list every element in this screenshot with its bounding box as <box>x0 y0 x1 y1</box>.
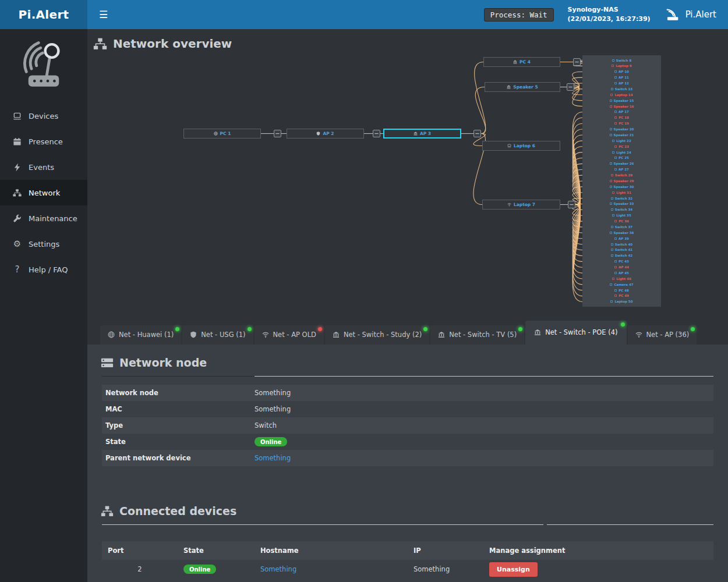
topology-node-laptop-7[interactable]: Laptop 7 <box>482 200 560 210</box>
topology-device-pc-43[interactable]: PC 43 <box>582 259 661 264</box>
topology-device-ap-10[interactable]: AP 10 <box>582 69 661 74</box>
topology-node-label: PC 4 <box>520 59 531 65</box>
device-label: PC 43 <box>619 260 629 263</box>
topology-device-speaker-33[interactable]: Speaker 33 <box>582 201 661 207</box>
sidebar-item-presence[interactable]: Presence <box>0 129 87 154</box>
topology-device-speaker-15[interactable]: Speaker 15 <box>582 98 661 103</box>
device-icon <box>610 300 613 303</box>
topology-device-pc-25[interactable]: PC 25 <box>582 155 661 161</box>
topology-device-pc-23[interactable]: PC 23 <box>582 144 661 149</box>
sidebar-item-network[interactable]: Network <box>0 180 87 205</box>
tab-net-switch-poe-4[interactable]: Net - Switch - POE (4) <box>525 321 626 345</box>
device-label: Switch 41 <box>615 248 632 251</box>
state-badge: Online <box>183 565 216 574</box>
collapse-toggle[interactable]: − <box>373 130 380 137</box>
topology-node-laptop-6[interactable]: Laptop 6 <box>482 141 560 151</box>
topology-device-pc-19[interactable]: PC 19 <box>582 121 661 126</box>
collapse-toggle[interactable]: − <box>568 201 575 208</box>
node-detail-row: Parent network deviceSomething <box>102 450 713 466</box>
sidebar-item-devices[interactable]: Devices <box>0 103 87 129</box>
device-icon <box>612 191 614 194</box>
topology-device-light-24[interactable]: Light 24 <box>582 150 661 155</box>
topology-device-laptop-14[interactable]: Laptop 14 <box>582 92 661 97</box>
host-info: Synology-NAS (22/01/2023, 16:27:39) <box>568 5 651 24</box>
topology-device-ap-39[interactable]: AP 39 <box>582 236 661 241</box>
topology-device-speaker-21[interactable]: Speaker 21 <box>582 132 661 137</box>
device-icon <box>611 174 613 176</box>
sidebar-item-maintenance[interactable]: Maintenance <box>0 205 87 231</box>
collapse-toggle[interactable]: − <box>567 83 574 91</box>
topology-device-switch-13[interactable]: Switch 13 <box>582 86 661 91</box>
device-label: Speaker 15 <box>614 99 634 102</box>
status-dot-green <box>248 327 252 331</box>
topology-device-switch-34[interactable]: Switch 34 <box>582 207 661 212</box>
topology-device-pc-49[interactable]: PC 49 <box>582 293 661 299</box>
tab-net-ap-36[interactable]: Net - AP (36) <box>628 325 697 345</box>
topology-node-label: PC 1 <box>220 131 231 136</box>
device-icon <box>614 260 617 262</box>
collapse-toggle[interactable]: − <box>274 130 281 137</box>
topology-device-speaker-38[interactable]: Speaker 38 <box>582 230 661 235</box>
device-icon <box>614 237 617 240</box>
collapse-toggle[interactable]: − <box>473 130 481 137</box>
topology-device-switch-28[interactable]: Switch 28 <box>582 173 661 178</box>
topology-device-ap-44[interactable]: AP 44 <box>582 265 661 270</box>
navbar-brand-link[interactable]: Pi.Alert <box>665 8 719 21</box>
topology-device-speaker-29[interactable]: Speaker 29 <box>582 178 661 183</box>
topology-device-pc-36[interactable]: PC 36 <box>582 219 661 224</box>
sidebar-item-settings[interactable]: ⚙Settings <box>0 231 87 257</box>
collapse-toggle[interactable]: − <box>573 58 581 66</box>
device-icon <box>614 220 617 222</box>
tab-net-switch-study-2[interactable]: Net - Switch - Study (2) <box>325 325 429 345</box>
topology-node-pc-1[interactable]: PC 1 <box>183 129 261 139</box>
topology-device-switch-32[interactable]: Switch 32 <box>582 196 661 201</box>
topology-device-light-35[interactable]: Light 35 <box>582 213 661 218</box>
sidebar-item-events[interactable]: Events <box>0 154 87 180</box>
tab-net-switch-tv-5[interactable]: Net - Switch - TV (5) <box>430 325 524 345</box>
topology-device-switch-41[interactable]: Switch 41 <box>582 247 661 253</box>
parent-device-link[interactable]: Something <box>255 454 291 462</box>
topology-device-switch-37[interactable]: Switch 37 <box>582 224 661 229</box>
topology-node-speaker-5[interactable]: Speaker 5 <box>485 82 560 92</box>
topology-device-pc-48[interactable]: PC 48 <box>582 288 661 293</box>
unassign-button[interactable]: Unassign <box>489 562 538 577</box>
sidebar: DevicesPresenceEventsNetworkMaintenance⚙… <box>0 29 87 582</box>
topology-device-light-31[interactable]: Light 31 <box>582 190 661 195</box>
topology-device-switch-42[interactable]: Switch 42 <box>582 253 661 258</box>
tab-net-huawei-1[interactable]: Net - Huawei (1) <box>100 325 181 345</box>
sidebar-item-help-faq[interactable]: ?Help / FAQ <box>0 257 87 282</box>
device-icon <box>610 94 613 96</box>
topology-device-ap-12[interactable]: AP 12 <box>582 81 661 86</box>
topology-device-switch-8[interactable]: Switch 8 <box>582 58 661 63</box>
topology-device-camera-47[interactable]: Camera 47 <box>582 282 661 287</box>
topology-device-ap-17[interactable]: AP 17 <box>582 109 661 115</box>
topology-device-speaker-20[interactable]: Speaker 20 <box>582 127 661 132</box>
column-header-hostname: Hostname <box>255 546 408 555</box>
hostname-link[interactable]: Something <box>260 565 296 573</box>
detail-value: Something <box>255 405 713 413</box>
topology-device-laptop-50[interactable]: Laptop 50 <box>582 299 661 304</box>
topology-node-pc-4[interactable]: PC 4 <box>483 57 560 67</box>
topology-device-ap-45[interactable]: AP 45 <box>582 270 661 275</box>
sidebar-item-label: Network <box>29 189 60 197</box>
topology-device-light-22[interactable]: Light 22 <box>582 138 661 143</box>
topology-node-ap-3[interactable]: AP 3 <box>383 129 461 139</box>
topology-node-ap-2[interactable]: AP 2 <box>287 129 364 139</box>
topology-device-speaker-26[interactable]: Speaker 26 <box>582 161 661 166</box>
device-label: Switch 40 <box>615 243 632 246</box>
topology-device-speaker-16[interactable]: Speaker 16 <box>582 104 661 109</box>
topology-device-switch-40[interactable]: Switch 40 <box>582 242 661 247</box>
device-icon <box>610 100 612 102</box>
tab-net-ap-old[interactable]: Net - AP OLD <box>255 325 324 345</box>
topology-device-laptop-9[interactable]: Laptop 9 <box>582 63 661 69</box>
topology-device-light-46[interactable]: Light 46 <box>582 276 661 281</box>
topology-device-pc-18[interactable]: PC 18 <box>582 115 661 120</box>
status-dot-green <box>691 327 695 331</box>
topology-device-ap-27[interactable]: AP 27 <box>582 167 661 172</box>
hamburger-icon[interactable]: ☰ <box>99 9 108 20</box>
tab-net-usg-1[interactable]: Net - USG (1) <box>182 325 253 345</box>
device-icon <box>612 65 614 67</box>
topology-device-ap-11[interactable]: AP 11 <box>582 75 661 80</box>
topology-device-speaker-30[interactable]: Speaker 30 <box>582 184 661 189</box>
device-icon <box>611 197 613 200</box>
